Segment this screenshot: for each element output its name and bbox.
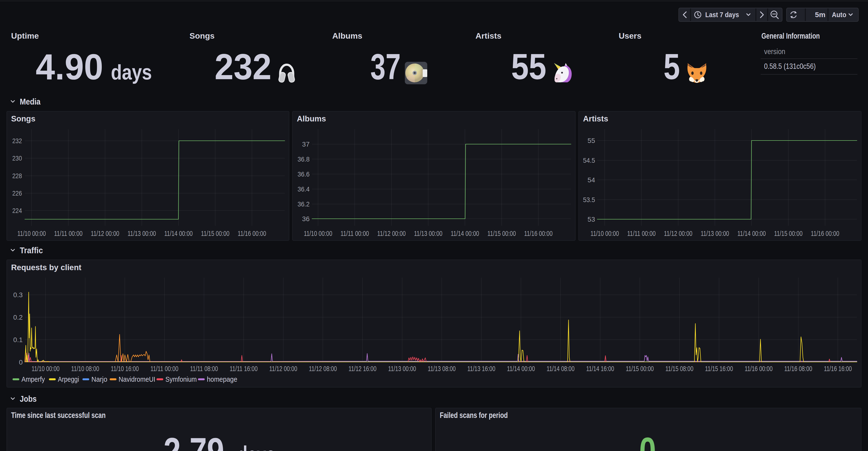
svg-text:11/12 00:00: 11/12 00:00	[91, 230, 119, 237]
svg-text:11/10 00:00: 11/10 00:00	[18, 230, 46, 237]
svg-text:11/13 08:00: 11/13 08:00	[428, 365, 456, 372]
svg-text:55: 55	[588, 137, 595, 144]
svg-text:11/12 00:00: 11/12 00:00	[377, 230, 406, 237]
svg-text:37: 37	[370, 46, 401, 87]
svg-text:11/16 00:00: 11/16 00:00	[745, 365, 773, 372]
svg-text:36.6: 36.6	[298, 170, 310, 178]
svg-text:0: 0	[639, 429, 656, 451]
svg-text:36.2: 36.2	[298, 200, 310, 208]
svg-text:11/16 08:00: 11/16 08:00	[784, 365, 812, 372]
svg-text:Requests by client: Requests by client	[11, 263, 82, 272]
svg-text:Artists: Artists	[583, 114, 608, 123]
svg-text:36.8: 36.8	[298, 156, 310, 163]
svg-text:11/11 00:00: 11/11 00:00	[627, 230, 656, 237]
svg-text:11/14 08:00: 11/14 08:00	[547, 365, 575, 372]
svg-text:Narjo: Narjo	[91, 375, 107, 383]
svg-text:5m: 5m	[815, 10, 825, 19]
svg-text:Artists: Artists	[475, 31, 501, 40]
svg-text:days: days	[237, 441, 275, 451]
svg-text:Songs: Songs	[189, 31, 215, 40]
svg-text:11/10 08:00: 11/10 08:00	[71, 365, 99, 372]
svg-text:0: 0	[19, 359, 23, 366]
svg-text:11/13 16:00: 11/13 16:00	[467, 365, 495, 372]
svg-text:0.3: 0.3	[13, 291, 23, 299]
svg-text:Albums: Albums	[332, 31, 362, 40]
svg-text:37: 37	[302, 141, 310, 148]
svg-text:NavidromeUI: NavidromeUI	[119, 375, 155, 383]
svg-text:2.79: 2.79	[163, 429, 224, 451]
svg-text:Time since last successful sca: Time since last successful scan	[11, 411, 105, 420]
svg-text:0.1: 0.1	[13, 336, 23, 343]
svg-text:11/16 00:00: 11/16 00:00	[524, 230, 553, 237]
svg-text:230: 230	[12, 154, 22, 162]
svg-text:36.4: 36.4	[298, 186, 310, 193]
svg-text:11/12 00:00: 11/12 00:00	[664, 230, 692, 237]
svg-text:11/16 00:00: 11/16 00:00	[811, 230, 839, 237]
svg-text:Amperfy: Amperfy	[22, 375, 45, 383]
svg-text:11/11 16:00: 11/11 16:00	[230, 365, 258, 372]
svg-text:11/13 00:00: 11/13 00:00	[388, 365, 416, 372]
svg-text:53: 53	[588, 216, 595, 223]
svg-text:0.2: 0.2	[13, 314, 23, 321]
svg-text:11/12 00:00: 11/12 00:00	[269, 365, 297, 372]
svg-text:11/14 00:00: 11/14 00:00	[451, 230, 479, 237]
svg-text:11/14 00:00: 11/14 00:00	[737, 230, 766, 237]
svg-text:54.5: 54.5	[583, 157, 595, 164]
svg-text:11/13 00:00: 11/13 00:00	[701, 230, 729, 237]
svg-text:11/15 08:00: 11/15 08:00	[665, 365, 693, 372]
svg-text:11/13 00:00: 11/13 00:00	[414, 230, 442, 237]
svg-text:11/15 00:00: 11/15 00:00	[774, 230, 803, 237]
svg-text:version: version	[764, 47, 785, 56]
svg-text:Albums: Albums	[297, 114, 326, 123]
svg-text:11/16 00:00: 11/16 00:00	[238, 230, 266, 237]
svg-text:Last 7 days: Last 7 days	[705, 10, 739, 19]
svg-text:11/13 00:00: 11/13 00:00	[128, 230, 156, 237]
svg-text:Users: Users	[619, 31, 642, 40]
svg-text:days: days	[111, 60, 152, 84]
svg-text:11/11 00:00: 11/11 00:00	[340, 230, 369, 237]
svg-text:232: 232	[12, 137, 22, 145]
svg-text:Auto: Auto	[832, 10, 846, 19]
svg-text:11/11 08:00: 11/11 08:00	[190, 365, 218, 372]
svg-text:5: 5	[663, 46, 680, 87]
svg-text:Failed scans for period: Failed scans for period	[440, 411, 508, 420]
svg-text:228: 228	[12, 172, 22, 180]
svg-text:0.58.5 (131c0c56): 0.58.5 (131c0c56)	[764, 62, 816, 71]
svg-text:11/16 16:00: 11/16 16:00	[824, 365, 852, 372]
svg-text:232: 232	[215, 46, 272, 87]
svg-text:11/12 08:00: 11/12 08:00	[309, 365, 337, 372]
svg-text:53.5: 53.5	[583, 196, 595, 203]
svg-text:226: 226	[12, 190, 22, 197]
svg-text:Uptime: Uptime	[11, 31, 39, 40]
svg-text:11/10 00:00: 11/10 00:00	[304, 230, 332, 237]
svg-text:homepage: homepage	[207, 375, 237, 383]
svg-text:11/10 16:00: 11/10 16:00	[111, 365, 139, 372]
svg-text:Jobs: Jobs	[20, 394, 37, 403]
svg-text:54: 54	[588, 176, 595, 184]
svg-text:4.90: 4.90	[36, 47, 103, 87]
svg-text:36: 36	[302, 215, 310, 223]
svg-text:55: 55	[511, 46, 546, 87]
svg-text:11/14 00:00: 11/14 00:00	[507, 365, 535, 372]
svg-text:Songs: Songs	[11, 114, 35, 123]
svg-text:Arpeggi: Arpeggi	[58, 375, 79, 383]
svg-text:11/15 16:00: 11/15 16:00	[705, 365, 733, 372]
svg-text:11/15 00:00: 11/15 00:00	[626, 365, 654, 372]
svg-text:Traffic: Traffic	[20, 246, 43, 255]
svg-text:11/10 00:00: 11/10 00:00	[590, 230, 619, 237]
svg-text:Symfonium: Symfonium	[165, 375, 197, 383]
svg-text:11/10 00:00: 11/10 00:00	[32, 365, 60, 372]
svg-text:11/11 00:00: 11/11 00:00	[151, 365, 179, 372]
svg-text:11/15 00:00: 11/15 00:00	[201, 230, 229, 237]
svg-text:11/15 00:00: 11/15 00:00	[488, 230, 516, 237]
svg-text:11/11 00:00: 11/11 00:00	[54, 230, 83, 237]
svg-text:11/14 00:00: 11/14 00:00	[164, 230, 193, 237]
svg-text:11/12 16:00: 11/12 16:00	[348, 365, 376, 372]
svg-text:General Information: General Information	[762, 31, 820, 40]
svg-text:11/14 16:00: 11/14 16:00	[586, 365, 614, 372]
svg-text:Media: Media	[20, 97, 40, 106]
svg-text:224: 224	[12, 207, 22, 215]
